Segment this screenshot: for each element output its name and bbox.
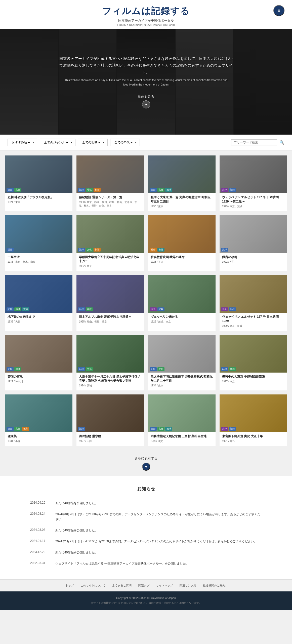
film-thumbnail: 記録地域: [76, 275, 144, 313]
film-card[interactable]: 記録文化 皇太子殿下明仁親王殿下 御降誕奉祝式 昭和九年二月二十三日 1934 …: [148, 335, 216, 391]
film-title: 賑やく大東京 第一篇 完業の御霊追幸 昭和五年三月二四日: [151, 195, 213, 204]
film-card[interactable]: 記録 海の怪物 潜水艦 1927 / 不詳: [76, 394, 144, 446]
film-card[interactable]: 海外記録 ヴェッベリン来たる 1929 / 茨城、東京: [148, 275, 216, 331]
film-card[interactable]: 海外記録 東宮殿下御外遊 実況 大正十年 1921 / 海外: [220, 394, 287, 446]
film-card[interactable]: 記録文化教育 早稲田大学創立五十周年記念式典＝明治七年十月〜 1932 / 東京: [76, 215, 144, 271]
film-tag: 記録: [7, 367, 14, 371]
film-tag: 記録: [78, 367, 85, 371]
footer-nav-link-6[interactable]: 推進機関のご案内♪: [203, 584, 227, 587]
film-title: 一高生活: [8, 255, 70, 259]
film-tag: 記録: [221, 248, 228, 252]
film-card[interactable]: 記録地域 日本アルプス縦走 高船子誇より境盛＝ 1925 / 富山、長野、岐阜: [76, 275, 144, 331]
footer-nav-link-5[interactable]: 関連リンク集: [180, 584, 196, 587]
footer-nav-link-2[interactable]: よくあるご質問: [112, 584, 132, 587]
filter-year[interactable]: 全ての年代 ▾: [110, 139, 140, 146]
film-tag: 記録: [78, 427, 85, 431]
load-more-label: さらに表示する: [5, 456, 287, 461]
film-tag: 海外: [221, 427, 228, 431]
load-more-section: さらに表示する ▾: [0, 451, 292, 476]
film-card[interactable]: 記録地域交通 地下鉄の出来るまで 1936 / 大阪: [5, 275, 72, 331]
footer-nav-link-1[interactable]: このサイトについて: [80, 584, 105, 587]
footer-nav-link-0[interactable]: トップ: [65, 584, 74, 587]
search-button[interactable]: 🔍: [279, 140, 284, 145]
region-select[interactable]: 全ての地域: [81, 140, 101, 144]
load-more-button[interactable]: ▾: [142, 463, 150, 471]
site-subtitle: ―国立映画アーカイブ歴史映像ポータル―: [0, 18, 292, 23]
film-meta: 1929 / 東京、茨城: [222, 205, 284, 208]
footer-nav: トップ このサイトについて よくあるご質問 関連タグ サイトマップ 関連リンク集…: [0, 579, 292, 591]
film-card[interactable]: 記録文化地域 内務省指定天然記念物 三富村 美松自生地 不詳 / 滋賀: [148, 394, 216, 446]
film-tag: 社会: [150, 248, 157, 252]
recommended-select[interactable]: おすすめ順: [11, 140, 31, 144]
filter-recommended[interactable]: おすすめ順 ▾: [8, 139, 37, 146]
film-tag: 文化: [157, 367, 164, 371]
film-card[interactable]: 社会教育 社会教育映画 我等の運命 1928 / 不詳: [148, 215, 216, 271]
news-date: 2024.09.26: [30, 501, 50, 506]
film-card[interactable]: 海外記録 ヴェッベリン エルゼット 127 号 日本訪問 1929 〜第二版〜 …: [220, 155, 287, 211]
film-card[interactable]: 記録文化 大正十三年十一月二十八日 皇太子殿下行啓ノ完業ノ飛翔及 各種飛行作業台…: [76, 335, 144, 391]
film-info: 地下鉄の出来るまで 1936 / 大阪: [5, 313, 72, 327]
film-meta: 1921 / 東京: [8, 200, 70, 204]
film-tag: 記録: [150, 188, 157, 192]
film-card[interactable]: 記録地域 復興中の大東京 中野城西副部道 1927 / 東京: [220, 335, 287, 391]
film-info: 健康美 1931 / 不詳: [5, 432, 72, 446]
film-title: 地下鉄の出来るまで: [8, 315, 70, 319]
film-card[interactable]: 海外記録 ヴェッベリン エルゼット 127 号 日本訪問 1929 1929 /…: [220, 275, 287, 331]
footer-nav-link-4[interactable]: サイトマップ: [156, 584, 173, 587]
film-card[interactable]: 記録 一高生活 1936 / 東京、栃木、山梨: [5, 215, 72, 271]
news-title: お知らせ: [30, 486, 262, 492]
filter-region[interactable]: 全ての地域 ▾: [78, 139, 108, 146]
film-tag: 文化: [14, 188, 21, 192]
film-thumbnail: 記録文化地域: [148, 155, 216, 193]
film-card[interactable]: 記録文化地域 賑やく大東京 第一篇 完業の御霊追幸 昭和五年三月二四日 1930…: [148, 155, 216, 211]
hero-text-japanese: 国立映画アーカイブが所蔵する文化・記録映画などさまざまな映画作品を通して、日本の…: [58, 55, 234, 75]
news-date: 2022.03.31: [30, 561, 50, 566]
footer-nav-link-3[interactable]: 関連タグ: [138, 584, 149, 587]
film-card[interactable]: 記録地域 警備の実況 1927 / 神奈川: [5, 335, 72, 391]
film-thumbnail: 記録文化地域: [148, 394, 216, 432]
film-card[interactable]: 記録文化 史朝 補公決別「デジタル復元版」 1921 / 東京: [5, 155, 72, 211]
film-tag: 文化: [86, 248, 93, 252]
site-footer: Copyright © 2022 National Film Archive o…: [0, 591, 292, 610]
search-input[interactable]: [234, 141, 274, 144]
film-meta: 1922 / 不詳: [222, 260, 284, 264]
filter-genre[interactable]: 全てのジャンル ▾: [40, 139, 75, 146]
year-select[interactable]: 全ての年代: [113, 140, 134, 144]
film-tag: 記録: [221, 367, 228, 371]
film-info: 東宮殿下御外遊 実況 大正十年 1921 / 海外: [220, 432, 287, 446]
film-tag: 地域: [165, 427, 172, 431]
news-item: 2023.12.22 新たに40作品を公開しました。: [30, 547, 262, 558]
chevron-down-icon-region: ▾: [103, 141, 104, 144]
news-item: 2024.01.17 2024年1月21日（日）4:00:00から22:00まで…: [30, 536, 262, 547]
film-tags: 記録地域教育: [78, 188, 101, 192]
film-thumbnail: 記録文化: [76, 335, 144, 373]
film-thumbnail: 記録文化教育: [76, 215, 144, 253]
film-meta: 1921 / 海外: [222, 439, 284, 443]
watch-scroll-button[interactable]: ▾: [142, 100, 150, 108]
film-tag: 地域: [229, 367, 236, 371]
film-info: 大正十三年十一月二十八日 皇太子殿下行啓ノ完業ノ飛翔及 各種飛行作業台覧ノ実況 …: [76, 373, 144, 391]
filter-bar: おすすめ順 ▾ 全てのジャンル ▾ 全ての地域 ▾ 全ての年代 ▾ 🔍: [0, 135, 292, 150]
film-card[interactable]: 記録地域教育 藤秘物語 通信シリーズ・第一篇 1930 / 東京、静岡、愛知、岐…: [76, 155, 144, 211]
hero-section: 国立映画アーカイブが所蔵する文化・記録映画などさまざまな映画作品を通して、日本の…: [0, 29, 292, 135]
film-tag: 地域: [14, 367, 21, 371]
film-tag: 地域: [86, 307, 93, 311]
film-meta: 1930 / 東京: [151, 205, 213, 208]
menu-button[interactable]: ≡: [273, 5, 284, 16]
film-tag: 地域: [86, 188, 93, 192]
news-date: 2024.01.17: [30, 539, 50, 544]
genre-select[interactable]: 全てのジャンル: [43, 140, 69, 144]
film-tag: 教育: [157, 248, 164, 252]
film-card[interactable]: 記録文化教育 健康美 1931 / 不詳: [5, 394, 72, 446]
film-meta: 1931 / 不詳: [8, 439, 70, 443]
film-tag: 記録: [7, 188, 14, 192]
menu-icon: ≡: [278, 8, 280, 13]
film-meta: 1929 / 東京、茨城: [222, 324, 284, 328]
film-tag: 文化: [157, 427, 164, 431]
news-text: 2024年1月21日（日）4:00:00から22:00までの間、データセンターメ…: [55, 539, 257, 544]
film-tag: 記録: [7, 248, 14, 252]
film-card[interactable]: 記録 獄所の改善 1922 / 不詳: [220, 215, 287, 271]
film-tag: 記録: [78, 307, 85, 311]
film-meta: 1929 / 茨城、東京: [151, 320, 213, 324]
film-title: ヴェッベリン エルゼット 127 号 日本訪問 1929: [222, 315, 284, 323]
